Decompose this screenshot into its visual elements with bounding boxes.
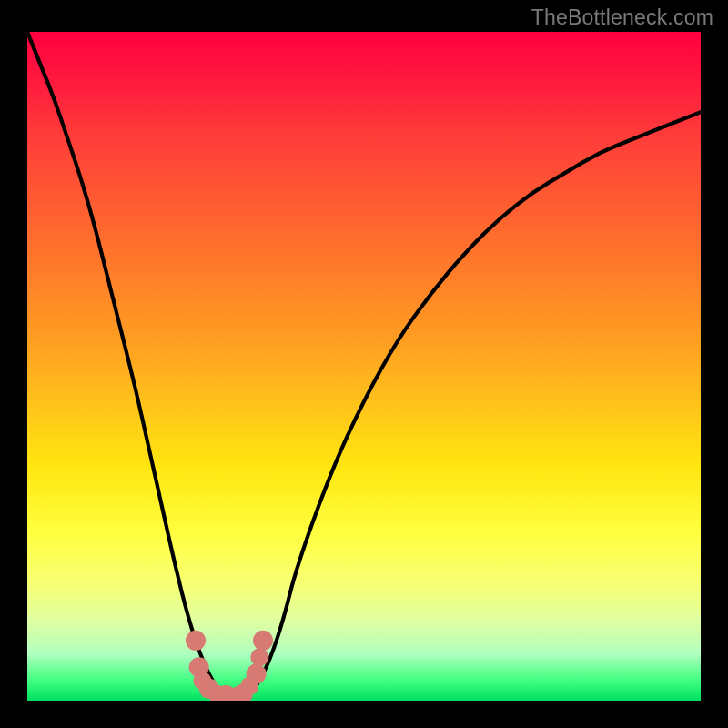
marker-right-top: [253, 631, 273, 651]
watermark-text: TheBottleneck.com: [531, 5, 713, 30]
marker-layer: [27, 32, 701, 701]
marker-fill: [250, 648, 268, 666]
marker-fill: [193, 672, 211, 690]
marker-left-top: [186, 631, 206, 651]
marker-fill: [240, 677, 258, 695]
plot-area: [27, 32, 701, 701]
